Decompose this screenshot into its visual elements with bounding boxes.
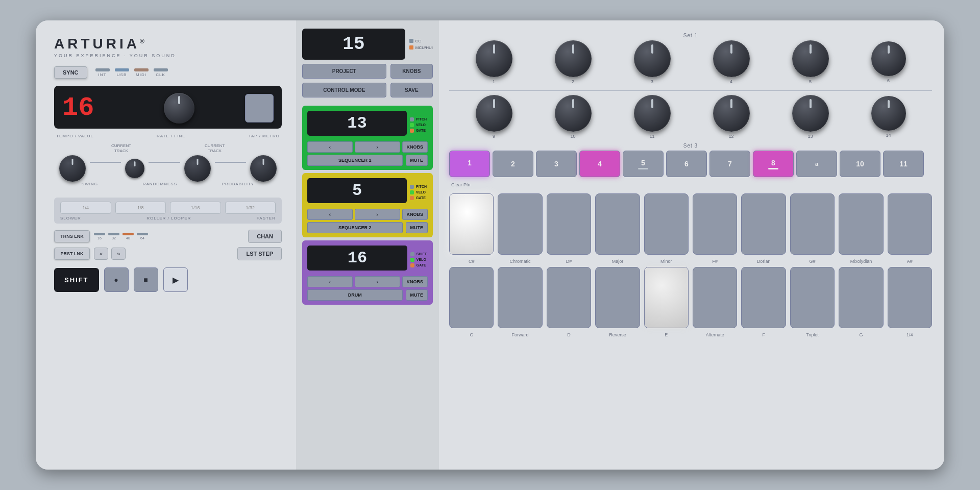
roller-btn-1-16[interactable]: 1/16 [170,202,221,214]
track-btn-8[interactable]: 8 [753,151,794,177]
knob-13-control[interactable] [792,95,829,132]
pad-dorian-label: Dorian [741,259,786,264]
seq1-prev[interactable]: ‹ [307,141,353,153]
seq2-next[interactable]: › [355,209,400,220]
next-button[interactable]: » [111,248,126,260]
knob-2-control[interactable] [555,40,592,77]
pad-d[interactable] [547,267,591,328]
pad-f-sharp[interactable] [693,193,737,255]
pad-reverse[interactable] [595,267,640,328]
pad-mixolydian[interactable] [839,193,883,255]
drum-prev[interactable]: ‹ [307,276,353,287]
sync-int-label: INT [99,72,107,77]
drum-shift-dot [410,252,414,256]
tempo-knob[interactable] [164,93,194,124]
seq1-next[interactable]: › [355,141,400,153]
trns-lnk-button[interactable]: TRNS LNK [54,230,90,242]
stop-button[interactable]: ■ [134,267,158,292]
pad-c-sharp[interactable] [449,193,494,255]
project-button[interactable]: PROJECT [302,64,386,79]
drum-mute[interactable]: MUTE [406,289,428,301]
link-ind-bar-16 [94,233,105,235]
pad-minor[interactable] [644,193,689,255]
track-btn-7[interactable]: 7 [709,151,750,177]
knob-4: 4 [713,40,750,84]
sync-button[interactable]: SYNC [54,66,87,79]
track-btn-5[interactable]: 5 [623,151,664,177]
probability-knob[interactable] [250,155,277,182]
pad-alternate[interactable] [693,267,737,328]
drum-knobs[interactable]: KNOBS [402,276,428,287]
roller-labels: SLOWER ROLLER / LOOPER FASTER [60,216,276,220]
knob-11-control[interactable] [634,95,671,132]
knob-12-control[interactable] [713,95,750,132]
pad-forward[interactable] [498,267,542,328]
pad-1-4[interactable] [888,267,932,328]
pad-a-sharp[interactable] [888,193,932,255]
seq2-pitch-ind: PITCH [410,185,427,189]
knob-10-control[interactable] [555,95,592,132]
pad-major[interactable] [595,193,640,255]
knob-1-control[interactable] [476,40,512,77]
seq2-name-button[interactable]: SEQUENCER 2 [307,222,403,233]
pad-e[interactable] [644,267,689,328]
track-btn-2[interactable]: 2 [493,151,533,177]
rec-button[interactable]: ● [104,267,129,292]
randomness-sub-knob[interactable] [125,159,144,178]
sync-midi-bar [134,68,149,71]
knob-3-control[interactable] [634,40,671,77]
seq2-pitch-label: PITCH [416,185,427,188]
seq2-knobs[interactable]: KNOBS [402,209,428,220]
seq1-name-button[interactable]: SEQUENCER 1 [307,155,403,166]
track-btn-6[interactable]: 6 [666,151,707,177]
knob-14-control[interactable] [871,96,906,131]
knobs-top-button[interactable]: KNOBS [390,64,433,79]
roller-btn-1-32[interactable]: 1/32 [225,202,276,214]
track-btn-9[interactable]: a [796,151,837,177]
drum-name-button[interactable]: DRUM [307,289,403,301]
track-btn-1[interactable]: 1 [449,151,490,177]
drum-next[interactable]: › [355,276,400,287]
knob-4-control[interactable] [713,40,750,77]
randomness-knob[interactable] [184,155,211,182]
roller-btn-1-8[interactable]: 1/8 [115,202,166,214]
pad-g-sharp[interactable] [790,193,835,255]
roller-buttons: 1/4 1/8 1/16 1/32 [60,202,276,214]
pad-chromatic[interactable] [498,193,542,255]
tap-metro-button[interactable] [245,94,274,122]
pad-c[interactable] [449,267,494,328]
mode-buttons: PROJECT KNOBS [302,64,433,79]
tempo-display-box: 16 [54,86,282,129]
knob-14: 14 [871,96,906,138]
pad-g[interactable] [839,267,883,328]
control-mode-button[interactable]: CONTROL MODE [302,83,386,97]
roller-btn-1-4[interactable]: 1/4 [60,202,111,214]
track-btn-4[interactable]: 4 [579,151,620,177]
knob-9-control[interactable] [476,95,512,132]
pad-dorian[interactable] [741,193,786,255]
pad-d-sharp[interactable] [547,193,591,255]
track-btn-11[interactable]: 11 [883,151,924,177]
shift-button[interactable]: SHIFT [54,268,99,292]
pad-triplet[interactable] [790,267,835,328]
knob-5-control[interactable] [792,40,829,77]
knob-6-control[interactable] [871,41,906,76]
pad-f[interactable] [741,267,786,328]
track-btn-10[interactable]: 10 [840,151,880,177]
seq2-nav: ‹ › KNOBS [307,209,428,220]
save-button[interactable]: SAVE [390,83,433,97]
seq1-knobs[interactable]: KNOBS [402,141,428,153]
seq2-mute[interactable]: MUTE [406,222,428,233]
chan-button[interactable]: CHAN [248,230,282,243]
sync-clk-bar [154,68,168,71]
velo-label: VELO [416,123,426,127]
swing-knob[interactable] [59,155,86,182]
prev-button[interactable]: « [94,248,108,260]
track-btn-3[interactable]: 3 [536,151,577,177]
seq1-mute[interactable]: MUTE [406,155,428,166]
lst-step-button[interactable]: LST STEP [237,247,282,260]
prst-lnk-button[interactable]: PRST LNK [54,248,90,260]
prst-lnk-row: PRST LNK « » LST STEP [54,247,282,260]
seq2-prev[interactable]: ‹ [307,209,353,220]
play-button[interactable]: ▶ [163,267,188,292]
